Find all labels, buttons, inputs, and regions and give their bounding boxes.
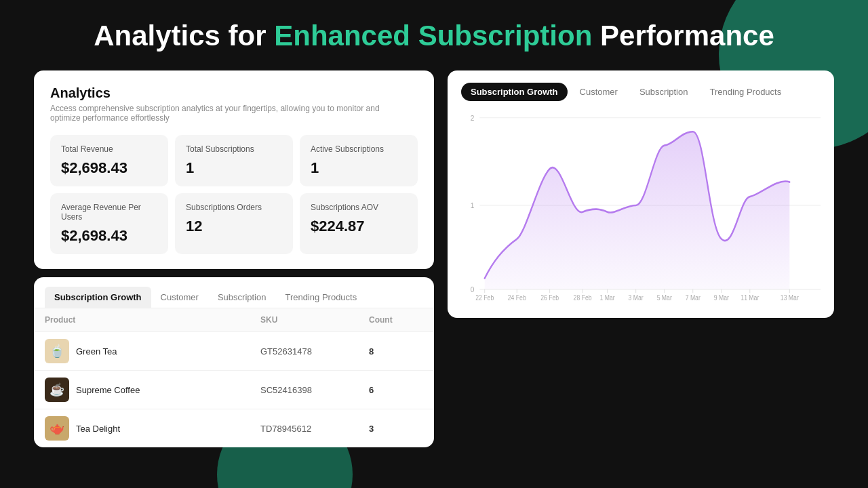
svg-text:1: 1: [471, 201, 475, 210]
left-panel: Analytics Access comprehensive subscript…: [34, 70, 434, 447]
chart-tab-growth[interactable]: Subscription Growth: [461, 83, 568, 101]
page-title: Analytics for Enhanced Subscription Perf…: [34, 20, 834, 52]
right-panel: Subscription Growth Customer Subscriptio…: [448, 70, 834, 318]
analytics-card-title: Analytics: [50, 85, 418, 101]
main-container: Analytics for Enhanced Subscription Perf…: [0, 0, 868, 468]
sku-green-tea: GT52631478: [260, 346, 369, 357]
table-header: Product SKU Count: [34, 308, 434, 331]
metric-label-active-subs: Active Subscriptions: [311, 144, 407, 154]
metric-label-aov: Subscriptions AOV: [311, 203, 407, 212]
title-end: Performance: [592, 20, 774, 52]
svg-text:0: 0: [471, 285, 475, 294]
metric-label-avg-revenue: Average Revenue Per Users: [61, 203, 157, 222]
sku-supreme-coffee: SC52416398: [260, 385, 369, 395]
metric-box-total-revenue: Total Revenue $2,698.43: [50, 135, 168, 186]
col-count: Count: [369, 315, 423, 325]
analytics-card: Analytics Access comprehensive subscript…: [34, 70, 434, 269]
metric-box-orders: Subscriptions Orders 12: [175, 193, 293, 254]
metric-box-aov: Subscriptions AOV $224.87: [300, 193, 418, 254]
svg-text:24 Feb: 24 Feb: [508, 293, 526, 300]
product-cell-supreme-coffee: ☕ Supreme Coffee: [45, 378, 260, 402]
metric-value-avg-revenue: $2,698.43: [61, 227, 157, 245]
metrics-grid: Total Revenue $2,698.43 Total Subscripti…: [50, 135, 418, 254]
col-product: Product: [45, 315, 260, 325]
metric-value-total-revenue: $2,698.43: [61, 159, 157, 177]
chart-area: 2 1 0: [461, 110, 821, 300]
title-highlight: Enhanced Subscription: [274, 20, 592, 52]
metric-label-orders: Subscriptions Orders: [186, 203, 282, 212]
sku-tea-delight: TD78945612: [260, 424, 369, 434]
svg-text:28 Feb: 28 Feb: [574, 293, 592, 300]
chart-svg: 2 1 0: [461, 110, 821, 300]
product-name-tea-delight: Tea Delight: [76, 424, 120, 434]
metric-box-active-subs: Active Subscriptions 1: [300, 135, 418, 186]
svg-text:3 Mar: 3 Mar: [629, 293, 644, 300]
table-row: 🫖 Tea Delight TD78945612 3: [34, 409, 434, 447]
product-cell-tea-delight: 🫖 Tea Delight: [45, 416, 260, 441]
svg-text:26 Feb: 26 Feb: [540, 293, 559, 300]
metric-box-total-subs: Total Subscriptions 1: [175, 135, 293, 186]
metric-label-total-subs: Total Subscriptions: [186, 144, 282, 154]
table-inner: Product SKU Count 🍵 Green Tea GT52631478…: [34, 308, 434, 447]
svg-text:9 Mar: 9 Mar: [714, 293, 729, 300]
product-cell-green-tea: 🍵 Green Tea: [45, 339, 260, 363]
product-name-green-tea: Green Tea: [76, 346, 117, 357]
product-thumb-green-tea: 🍵: [45, 339, 69, 363]
metric-value-active-subs: 1: [311, 159, 407, 177]
chart-tabs: Subscription Growth Customer Subscriptio…: [461, 83, 821, 101]
metric-value-orders: 12: [186, 218, 282, 235]
metric-box-avg-revenue: Average Revenue Per Users $2,698.43: [50, 193, 168, 254]
table-tab-customer[interactable]: Customer: [151, 287, 208, 308]
chart-tab-trending[interactable]: Trending Products: [700, 83, 791, 101]
table-tab-growth[interactable]: Subscription Growth: [45, 287, 151, 308]
product-name-supreme-coffee: Supreme Coffee: [76, 385, 140, 395]
product-thumb-supreme-coffee: ☕: [45, 378, 69, 402]
table-tab-subscription[interactable]: Subscription: [208, 287, 276, 308]
table-card: Subscription Growth Customer Subscriptio…: [34, 277, 434, 447]
chart-card: Subscription Growth Customer Subscriptio…: [448, 70, 834, 318]
table-tabs: Subscription Growth Customer Subscriptio…: [34, 277, 434, 308]
chart-tab-customer[interactable]: Customer: [570, 83, 627, 101]
svg-text:11 Mar: 11 Mar: [741, 293, 759, 300]
chart-tab-subscription[interactable]: Subscription: [630, 83, 698, 101]
title-start: Analytics for: [94, 20, 274, 52]
count-supreme-coffee: 6: [369, 385, 423, 395]
col-sku: SKU: [260, 315, 369, 325]
analytics-card-desc: Access comprehensive subscription analyt…: [50, 104, 389, 123]
count-green-tea: 8: [369, 346, 423, 357]
product-thumb-tea-delight: 🫖: [45, 416, 69, 441]
svg-text:1 Mar: 1 Mar: [600, 293, 615, 300]
metric-value-total-subs: 1: [186, 159, 282, 177]
table-row: 🍵 Green Tea GT52631478 8: [34, 331, 434, 370]
count-tea-delight: 3: [369, 424, 423, 434]
content-row: Analytics Access comprehensive subscript…: [34, 70, 834, 447]
table-tab-trending[interactable]: Trending Products: [275, 287, 366, 308]
metric-label-total-revenue: Total Revenue: [61, 144, 157, 154]
svg-text:22 Feb: 22 Feb: [475, 293, 494, 300]
svg-text:2: 2: [471, 113, 475, 122]
svg-text:5 Mar: 5 Mar: [657, 293, 672, 300]
table-row: ☕ Supreme Coffee SC52416398 6: [34, 370, 434, 409]
svg-text:7 Mar: 7 Mar: [686, 293, 701, 300]
svg-text:13 Mar: 13 Mar: [781, 293, 799, 300]
metric-value-aov: $224.87: [311, 218, 407, 235]
